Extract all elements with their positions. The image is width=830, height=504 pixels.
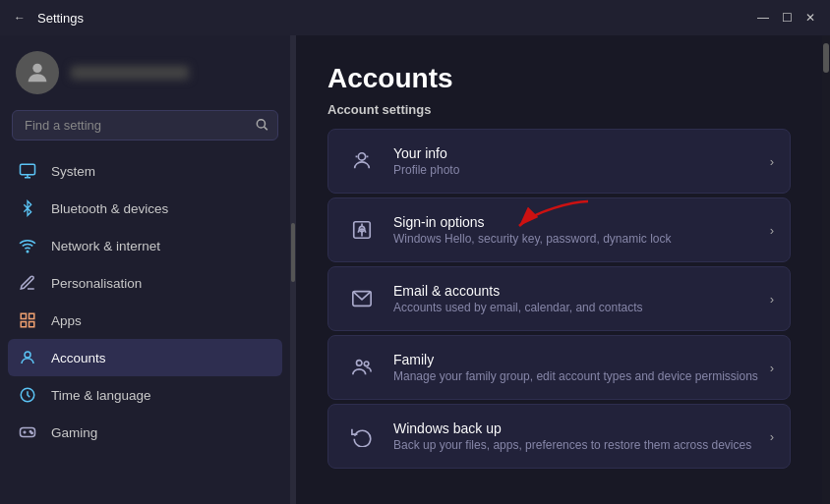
svg-rect-9 [21,322,26,327]
sidebar-item-bluetooth[interactable]: Bluetooth & devices [8,190,282,227]
svg-point-17 [31,432,33,434]
card-family[interactable]: Family Manage your family group, edit ac… [327,335,791,400]
sign-in-icon [344,212,380,248]
sidebar-item-label: Network & internet [51,239,160,253]
search-icon [255,117,268,134]
sidebar-item-system[interactable]: System [8,152,282,190]
card-title: Windows back up [393,420,762,436]
sidebar-item-accounts[interactable]: Accounts [8,339,282,376]
card-text: Your info Profile photo [393,145,762,177]
card-backup[interactable]: Windows back up Back up your files, apps… [327,404,791,469]
backup-icon [344,419,380,454]
title-bar-left: ← Settings [12,10,84,26]
chevron-right-icon: › [770,154,774,169]
sidebar-item-label: Apps [51,313,82,328]
sidebar-item-label: Bluetooth & devices [51,201,168,216]
main-content: Accounts Account settings Your info Prof… [296,35,822,504]
main-scrollbar[interactable] [822,35,830,504]
page-title: Accounts [327,63,791,94]
svg-point-18 [358,153,365,160]
svg-point-23 [357,361,363,366]
card-text: Windows back up Back up your files, apps… [393,420,762,452]
close-button[interactable]: ✕ [802,10,818,26]
app-body: System Bluetooth & devices Network & int… [0,35,830,504]
card-subtitle: Back up your files, apps, preferences to… [393,438,762,452]
sidebar-nav: System Bluetooth & devices Network & int… [0,148,290,504]
sidebar-scrollbar-thumb [291,223,295,282]
svg-point-24 [364,362,369,366]
time-icon [18,385,37,405]
card-email[interactable]: Email & accounts Accounts used by email,… [327,266,791,331]
chevron-right-icon: › [770,223,774,238]
personalisation-icon [18,273,37,293]
sidebar-search [12,110,278,140]
apps-icon [18,310,37,330]
sidebar-item-gaming[interactable]: Gaming [8,414,282,451]
section-header: Account settings [327,102,791,117]
card-subtitle: Profile photo [393,163,762,177]
sidebar-item-personalisation[interactable]: Personalisation [8,264,282,302]
sidebar-user [0,35,290,106]
svg-rect-7 [21,313,26,318]
maximize-button[interactable]: ☐ [779,10,795,26]
family-icon [344,350,380,385]
search-input[interactable] [12,110,278,140]
svg-point-11 [25,352,30,358]
card-title: Family [393,352,762,367]
back-button[interactable]: ← [12,10,28,26]
network-icon [18,236,37,255]
system-icon [18,161,37,181]
card-subtitle: Manage your family group, edit account t… [393,369,762,383]
avatar [16,51,59,94]
card-text: Email & accounts Accounts used by email,… [393,283,762,314]
sidebar-item-network[interactable]: Network & internet [8,227,282,264]
chevron-right-icon: › [770,429,774,444]
svg-line-2 [265,127,267,130]
title-bar-controls: — ☐ ✕ [755,10,818,26]
your-info-icon [344,143,380,179]
card-subtitle: Accounts used by email, calendar, and co… [393,301,762,314]
bluetooth-icon [18,198,37,218]
minimize-button[interactable]: — [755,10,771,26]
sidebar-item-time[interactable]: Time & language [8,376,282,414]
chevron-right-icon: › [770,292,774,307]
sidebar-item-label: Accounts [51,351,106,365]
gaming-icon [18,422,37,442]
card-title: Sign-in options [393,214,762,230]
sidebar-item-label: System [51,164,95,179]
main-scrollbar-thumb [823,43,829,73]
svg-point-6 [27,251,29,252]
card-subtitle: Windows Hello, security key, password, d… [393,232,762,246]
app-title: Settings [37,11,84,26]
accounts-icon [18,348,37,367]
svg-rect-3 [21,164,35,175]
svg-point-1 [257,119,265,127]
card-sign-in[interactable]: Sign-in options Windows Hello, security … [327,197,791,262]
card-text: Family Manage your family group, edit ac… [393,352,762,383]
svg-point-0 [32,64,41,73]
card-title: Your info [393,145,762,161]
sidebar-item-apps[interactable]: Apps [8,302,282,339]
email-icon [344,281,380,316]
card-text: Sign-in options Windows Hello, security … [393,214,762,246]
title-bar: ← Settings — ☐ ✕ [0,0,830,35]
sidebar-item-label: Gaming [51,425,97,440]
card-your-info[interactable]: Your info Profile photo › [327,129,791,194]
svg-rect-8 [30,313,34,318]
card-title: Email & accounts [393,283,762,299]
sidebar: System Bluetooth & devices Network & int… [0,35,290,504]
chevron-right-icon: › [770,361,774,375]
sidebar-item-label: Time & language [51,388,151,403]
user-name [71,66,189,80]
sidebar-item-label: Personalisation [51,276,142,291]
svg-rect-10 [30,322,34,327]
